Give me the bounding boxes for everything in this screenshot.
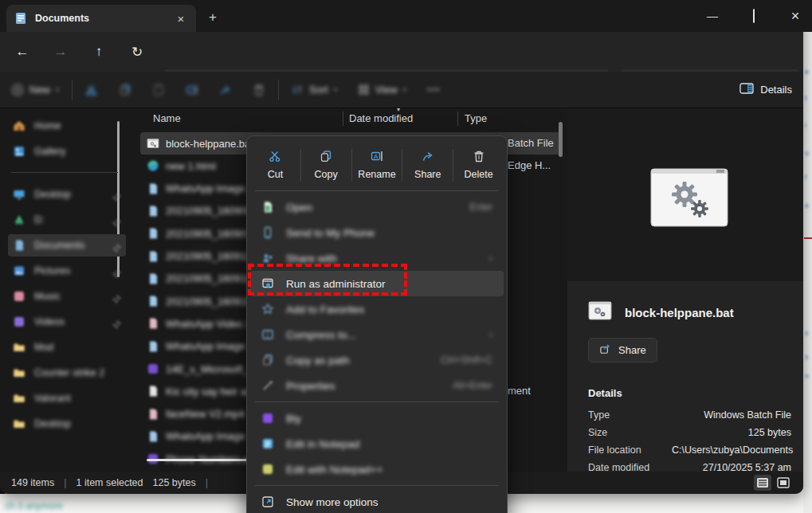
paste-button[interactable]	[152, 84, 165, 96]
file-name: WhatsApp Image 2	[166, 340, 254, 352]
sidebar-item-pictures[interactable]: Pictures	[8, 260, 126, 282]
column-header-type[interactable]: Type	[465, 112, 487, 124]
quick-action-cut[interactable]: Cut	[250, 143, 300, 187]
tab-documents[interactable]: Documents ×	[6, 5, 196, 32]
menu-item-show-more-options[interactable]: Show more options	[250, 489, 504, 513]
file-list-scrollbar[interactable]	[559, 122, 563, 157]
quick-action-delete[interactable]: Delete	[453, 143, 504, 187]
new-tab-button[interactable]: +	[209, 10, 217, 25]
sidebar-item-videos[interactable]: Videos	[8, 311, 126, 333]
share-with-icon	[261, 252, 275, 265]
document-tab-icon	[14, 12, 27, 25]
background-red-line	[804, 237, 812, 239]
file-name: faceNew V2.mp4	[166, 408, 245, 420]
background-text-fragment: n	[805, 372, 809, 380]
pin-icon	[112, 241, 121, 250]
videos-icon	[13, 315, 26, 329]
sidebar-item-d[interactable]: D:	[8, 209, 126, 231]
quick-action-copy[interactable]: Copy	[301, 143, 351, 187]
rename-button[interactable]	[186, 84, 198, 96]
sidebar-item-desktop[interactable]: Desktop	[8, 413, 126, 435]
sidebar-item-documents[interactable]: Documents	[8, 234, 126, 256]
file-type: Batch File	[508, 137, 554, 149]
properties-icon	[261, 379, 275, 393]
detail-row-size: Size125 bytes	[588, 427, 791, 438]
sidebar-item-valorant[interactable]: Valorant	[8, 387, 126, 409]
folder-icon	[13, 341, 26, 354]
more-options-button[interactable]: •••	[427, 84, 441, 96]
desktop-icon	[13, 188, 26, 202]
menu-item-share-with[interactable]: Share with›	[250, 245, 504, 271]
menu-item-copy-as-path[interactable]: Copy as pathCtrl+Shift+C	[250, 347, 504, 373]
menu-item-edit-with-notepad[interactable]: Edit with Notepad++	[250, 456, 504, 482]
navigation-bar: ← → ↑ ↻ › Documents › Search Documents	[0, 32, 803, 72]
quick-action-label: Rename	[358, 169, 395, 180]
sidebar-item-gallery[interactable]: Gallery	[8, 140, 126, 163]
menu-item-run-as-administrator[interactable]: Run as administrator	[250, 271, 504, 296]
close-button[interactable]: ×	[788, 8, 802, 25]
sidebar-item-home[interactable]: Home	[8, 115, 126, 137]
documents-icon	[13, 239, 26, 253]
menu-item-add-to-favorites[interactable]: Add to Favorites	[250, 296, 504, 322]
file-name: block-helppane.bat	[166, 138, 253, 150]
menu-item-label: Compress to...	[286, 329, 478, 341]
menu-item-label: Add to Favorites	[286, 303, 492, 315]
minimize-button[interactable]: —	[705, 10, 720, 22]
sort-direction-icon: ▾	[397, 106, 400, 113]
quick-action-label: Copy	[315, 169, 338, 180]
sidebar-item-label: Home	[34, 120, 121, 131]
tab-title: Documents	[35, 13, 174, 24]
menu-item-label: Edit with Notepad++	[286, 464, 492, 476]
pin-icon	[112, 318, 121, 327]
quick-action-label: Share	[414, 169, 441, 180]
file-name: WhatsApp Image 2	[166, 430, 254, 442]
large-icons-view-toggle[interactable]	[775, 475, 792, 491]
menu-item-label: Properties	[286, 380, 441, 392]
file-name: Kic city say heir aa	[166, 386, 252, 397]
details-pane-toggle[interactable]: Details	[739, 83, 792, 96]
quick-action-rename[interactable]: ARename	[352, 143, 402, 187]
menu-item-send-to-my-phone[interactable]: Send to My Phone	[250, 220, 504, 245]
up-button[interactable]: ↑	[88, 41, 110, 62]
back-button[interactable]: ←	[11, 41, 33, 62]
forward-button[interactable]: →	[49, 41, 72, 62]
doc-blue-icon	[147, 250, 159, 263]
cut-button[interactable]	[85, 84, 98, 96]
sidebar-item-music[interactable]: Music	[8, 285, 126, 307]
sort-button[interactable]: Sort▾	[292, 84, 337, 96]
tab-close-icon[interactable]: ×	[174, 12, 188, 25]
menu-item-edit-in-notepad[interactable]: Edit in Notepad	[250, 431, 504, 456]
menu-item-compress-to[interactable]: Compress to...›	[250, 322, 504, 347]
preview-share-label: Share	[618, 344, 646, 356]
view-button[interactable]: View▾	[358, 84, 406, 96]
menu-item-label: Send to My Phone	[286, 227, 492, 239]
copy-button[interactable]	[119, 84, 131, 96]
details-view-toggle[interactable]	[754, 475, 771, 491]
pin-icon	[112, 190, 121, 199]
menu-item-label: Copy as path	[286, 354, 430, 366]
delete-button[interactable]	[253, 84, 265, 96]
menu-item-properties[interactable]: PropertiesAlt+Enter	[250, 373, 504, 398]
menu-item-bly[interactable]: Bly	[250, 405, 504, 431]
sidebar-item-mod[interactable]: Mod	[8, 336, 126, 358]
menu-item-shortcut: Alt+Enter	[453, 380, 492, 391]
sidebar-separator	[11, 172, 118, 173]
refresh-button[interactable]: ↻	[126, 41, 148, 62]
sidebar-item-desktop[interactable]: Desktop	[8, 183, 126, 206]
column-header-date-modified[interactable]: Date modified	[349, 112, 413, 124]
new-button[interactable]: New▾	[11, 84, 59, 96]
background-text-fragment: r	[805, 173, 807, 181]
menu-separator	[255, 485, 499, 486]
svg-text:A: A	[374, 153, 379, 160]
share-button[interactable]	[219, 84, 232, 96]
app-purple-icon	[147, 362, 159, 375]
selection-count: 1 item selected	[76, 477, 143, 488]
column-header-name[interactable]: Name	[153, 112, 181, 124]
file-type: ment	[508, 385, 531, 397]
sidebar-item-counter-strike-2[interactable]: Counter strike 2	[8, 362, 126, 384]
preview-share-button[interactable]: Share	[588, 338, 657, 362]
maximize-button[interactable]	[747, 10, 761, 22]
context-menu-items: OpenEnterSend to My PhoneShare with›Run …	[247, 194, 507, 513]
quick-action-share[interactable]: Share	[402, 143, 453, 187]
menu-item-open[interactable]: OpenEnter	[250, 194, 504, 220]
